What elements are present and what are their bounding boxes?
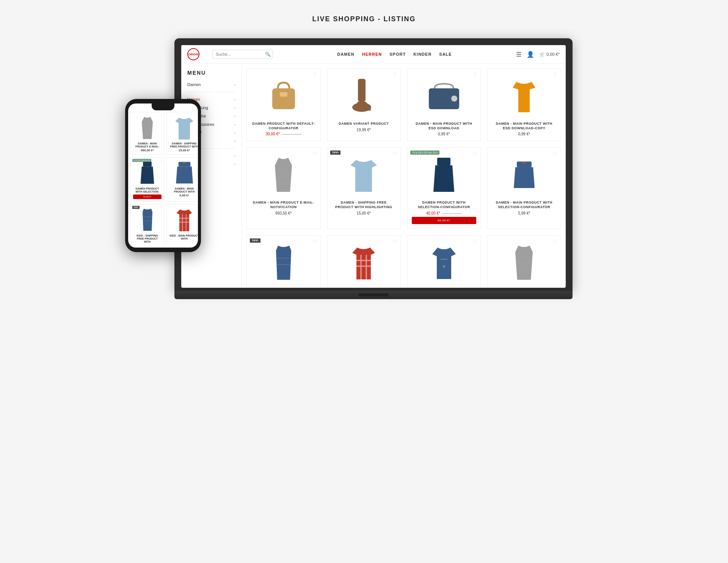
product-card[interactable]: TIPP!♡ KIDS - SHIPPING FREE PRODUCT WITH… [246, 235, 321, 288]
phone-product-card[interactable]: 70 d 16 h 08 min 01♡ DAMEN PRODUCT WITH … [130, 157, 164, 202]
phone-device: ♡ DAMEN - MAIN PRODUCT E-MAIL-950,50 €*♡… [125, 99, 201, 252]
product-image [492, 240, 557, 285]
product-image [332, 73, 396, 119]
chevron-icon: › [234, 97, 235, 102]
cart-price: 0,00 €* [546, 52, 560, 56]
navbar: ORION 🔍 DAMENHERRENSPORTKINDERSALE ☰ [181, 45, 566, 64]
phone-product-name: DAMEN PRODUCT WITH SELECTION- [133, 187, 162, 194]
wishlist-button[interactable]: ♡ [473, 151, 478, 157]
product-image [492, 152, 557, 198]
timer-badge: 70 d 16 h 03 min 19 s [410, 151, 439, 155]
product-card[interactable]: ♡ KIDS - MAIN PRODUCT WITH PROPERTIES19,… [327, 235, 401, 288]
nav-link-sport[interactable]: SPORT [389, 52, 406, 56]
product-card[interactable]: ♡ DAMEN - MAIN PRODUCT WITH ESD DOWNLOAD… [407, 68, 481, 141]
product-name: DAMEN PRODUCT WITH SELECTION-CONFIGURATO… [412, 201, 476, 209]
phone-product-name: DAMEN - MAIN PRODUCT E-MAIL- [133, 142, 162, 149]
phone-product-image [169, 160, 198, 186]
nav-link-herren[interactable]: HERREN [362, 52, 382, 56]
product-card[interactable]: ♡ DAMEN - MAIN PRODUCT E-MAIL-NOTIFICATI… [246, 147, 321, 229]
wishlist-button[interactable]: ♡ [553, 72, 558, 78]
phone-add-to-cart-button[interactable]: 40,00 €* [133, 194, 162, 199]
product-price: 19,99 €* [332, 128, 396, 132]
product-image [412, 152, 476, 198]
nav-links: DAMENHERRENSPORTKINDERSALE [281, 52, 508, 56]
svg-rect-32 [441, 259, 447, 270]
chevron-icon: › [234, 154, 235, 158]
product-card[interactable]: ♡ KIDS PRODUCT WITH SELECTION-CONFIGURAT… [487, 235, 562, 288]
wishlist-button[interactable]: ♡ [312, 72, 317, 78]
product-card[interactable]: ♡ DAMEN - MAIN PRODUCT WITH ESD DOWNLOAD… [487, 68, 562, 141]
phone-content: ♡ DAMEN - MAIN PRODUCT E-MAIL-950,50 €*♡… [128, 104, 198, 248]
chevron-icon: › [234, 139, 235, 143]
phone-notch [152, 104, 174, 110]
logo-text: ORION [188, 53, 198, 56]
sidebar-item-damen[interactable]: Damen› [187, 80, 235, 89]
phone-wishlist-button[interactable]: ♡ [197, 159, 198, 163]
nav-link-damen[interactable]: DAMEN [337, 52, 354, 56]
product-card[interactable]: ♡ DAMEN VARIANT PRODUCT19,99 €* [327, 68, 401, 141]
phone-wishlist-button[interactable]: ♡ [159, 206, 162, 210]
wishlist-button[interactable]: ♡ [392, 72, 397, 78]
search-bar[interactable]: 🔍 [212, 50, 273, 59]
phone-product-card[interactable]: TIPP!♡ KIDS - SHIPPING FREE PRODUCT WITH [130, 204, 164, 246]
phone-wishlist-button[interactable]: ♡ [197, 206, 198, 210]
wishlist-button[interactable]: ♡ [312, 151, 317, 157]
wishlist-button[interactable]: ♡ [392, 151, 397, 157]
search-input[interactable] [216, 52, 265, 56]
product-card[interactable]: ♡ DAMEN PRODUCT WITH DEFAULT-CONFIGURATO… [246, 68, 321, 141]
product-price: 40,00 €* ————— [412, 211, 476, 215]
product-card[interactable]: ♡ DAMEN - MAIN PRODUCT WITH SELECTION-CO… [487, 147, 562, 229]
phone-product-image [133, 207, 162, 233]
product-price: 15,00 €* [332, 211, 396, 215]
phone-wishlist-button[interactable]: ♡ [159, 114, 162, 118]
phone-product-image [133, 160, 162, 186]
nav-link-sale[interactable]: SALE [439, 52, 452, 56]
svg-rect-4 [143, 162, 152, 167]
laptop-device: ORION 🔍 DAMENHERRENSPORTKINDERSALE ☰ [174, 38, 573, 299]
add-to-cart-button[interactable]: 40,00 €* [412, 217, 476, 224]
wishlist-button[interactable]: ♡ [473, 238, 478, 245]
phone-wishlist-button[interactable]: ♡ [197, 114, 198, 118]
phone-product-card[interactable]: ♡ DAMEN - SHIPPING FREE PRODUCT WITH15,0… [166, 112, 198, 155]
phone-screen: ♡ DAMEN - MAIN PRODUCT E-MAIL-950,50 €*♡… [128, 104, 198, 248]
wishlist-button[interactable]: ♡ [553, 238, 558, 245]
phone-product-card[interactable]: ♡ DAMEN - MAIN PRODUCT WITH5,99 €* [166, 157, 198, 202]
laptop-screen: ORION 🔍 DAMENHERRENSPORTKINDERSALE ☰ [181, 45, 566, 288]
phone-product-price: 15,00 €* [169, 149, 198, 152]
chevron-icon: › [234, 83, 235, 87]
phone-product-name: DAMEN - SHIPPING FREE PRODUCT WITH [169, 142, 198, 149]
phone-timer-badge: 70 d 16 h 08 min 01 [132, 159, 151, 162]
wishlist-button[interactable]: ♡ [553, 151, 558, 157]
logo[interactable]: ORION [187, 48, 206, 60]
user-icon[interactable]: 👤 [527, 51, 534, 58]
phone-product-price: 5,99 €* [169, 194, 198, 197]
phone-product-card[interactable]: ♡ KIDS - MAIN PRODUCT WITH [166, 204, 198, 246]
chevron-icon: › [234, 162, 235, 166]
nav-link-kinder[interactable]: KINDER [413, 52, 431, 56]
product-name: DAMEN - MAIN PRODUCT WITH ESD DOWNLOAD-C… [492, 122, 557, 130]
product-name: DAMEN VARIANT PRODUCT [332, 122, 396, 126]
wishlist-button[interactable]: ♡ [312, 238, 317, 245]
product-image [332, 240, 396, 285]
product-image [251, 240, 316, 285]
chevron-icon: › [234, 122, 235, 127]
product-card[interactable]: 70 d 16 h 03 min 19 s♡ DAMEN PRODUCT WIT… [407, 147, 481, 229]
phone-product-price: 950,50 €* [133, 149, 162, 152]
svg-rect-15 [358, 79, 366, 102]
page-title: LIVE SHOPPING - LISTING [312, 15, 416, 23]
laptop-base [174, 291, 573, 299]
chevron-icon: › [234, 106, 235, 110]
wishlist-button[interactable]: ♡ [392, 238, 397, 245]
phone-product-card[interactable]: ♡ DAMEN - MAIN PRODUCT E-MAIL-950,50 €* [130, 112, 164, 155]
product-card[interactable]: ♡ KIDS - MAIN PRODUCT WITH RESOURCES5,99… [407, 235, 481, 288]
cart-button[interactable]: 🛒 0,00 €* [540, 52, 560, 57]
product-price: 950,50 €* [251, 211, 316, 215]
wishlist-button[interactable]: ♡ [473, 72, 478, 78]
product-image [412, 240, 476, 285]
product-card[interactable]: TIPP!♡ DAMEN - SHIPPING FREE PRODUCT WIT… [327, 147, 401, 229]
svg-rect-33 [441, 259, 447, 260]
phone-product-image [133, 114, 162, 141]
phone-product-image [169, 114, 198, 141]
menu-icon[interactable]: ☰ [516, 51, 521, 58]
phone-wishlist-button[interactable]: ♡ [159, 159, 162, 163]
